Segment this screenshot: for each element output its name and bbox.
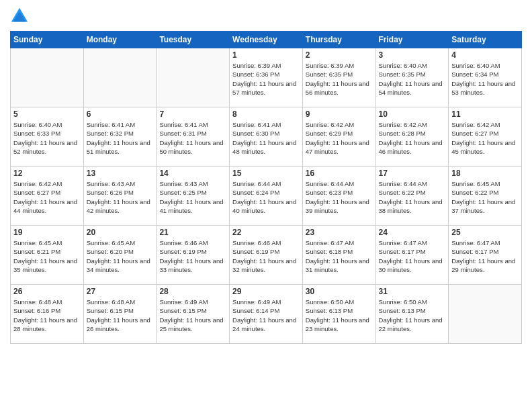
calendar-cell: 18Sunrise: 6:45 AMSunset: 6:22 PMDayligh… xyxy=(449,167,522,226)
calendar-cell: 6Sunrise: 6:41 AMSunset: 6:32 PMDaylight… xyxy=(83,107,157,167)
day-info: Sunrise: 6:42 AMSunset: 6:27 PMDaylight:… xyxy=(451,120,519,156)
day-number: 7 xyxy=(159,109,226,119)
page: SundayMondayTuesdayWednesdayThursdayFrid… xyxy=(0,0,532,411)
day-number: 21 xyxy=(159,228,226,237)
calendar-header-tuesday: Tuesday xyxy=(157,32,230,48)
day-info: Sunrise: 6:48 AMSunset: 6:16 PMDaylight:… xyxy=(13,298,81,333)
calendar-cell: 15Sunrise: 6:44 AMSunset: 6:24 PMDayligh… xyxy=(230,167,303,226)
calendar-header-monday: Monday xyxy=(83,32,157,48)
day-info: Sunrise: 6:40 AMSunset: 6:33 PMDaylight:… xyxy=(13,120,81,156)
day-info: Sunrise: 6:44 AMSunset: 6:23 PMDaylight:… xyxy=(306,179,373,215)
day-info: Sunrise: 6:40 AMSunset: 6:35 PMDaylight:… xyxy=(379,61,446,97)
calendar-cell: 11Sunrise: 6:42 AMSunset: 6:27 PMDayligh… xyxy=(449,107,522,167)
calendar-week-row: 5Sunrise: 6:40 AMSunset: 6:33 PMDaylight… xyxy=(11,107,522,167)
calendar-header-row: SundayMondayTuesdayWednesdayThursdayFrid… xyxy=(11,32,522,48)
day-info: Sunrise: 6:40 AMSunset: 6:34 PMDaylight:… xyxy=(451,61,519,97)
day-number: 17 xyxy=(379,169,446,178)
logo-icon xyxy=(10,7,29,26)
day-number: 9 xyxy=(306,109,373,119)
calendar-cell: 25Sunrise: 6:47 AMSunset: 6:17 PMDayligh… xyxy=(449,226,522,285)
calendar-cell: 21Sunrise: 6:46 AMSunset: 6:19 PMDayligh… xyxy=(157,226,230,285)
day-number: 11 xyxy=(451,109,519,119)
calendar-cell: 29Sunrise: 6:49 AMSunset: 6:14 PMDayligh… xyxy=(230,285,303,344)
calendar-cell xyxy=(157,48,230,107)
day-number: 14 xyxy=(159,169,226,178)
calendar-cell: 1Sunrise: 6:39 AMSunset: 6:36 PMDaylight… xyxy=(230,48,303,107)
day-number: 2 xyxy=(306,50,373,60)
header xyxy=(10,7,522,26)
day-number: 3 xyxy=(379,50,446,60)
calendar-cell: 9Sunrise: 6:42 AMSunset: 6:29 PMDaylight… xyxy=(302,107,375,167)
day-info: Sunrise: 6:44 AMSunset: 6:22 PMDaylight:… xyxy=(379,179,446,215)
calendar-header-wednesday: Wednesday xyxy=(230,32,303,48)
calendar-week-row: 12Sunrise: 6:42 AMSunset: 6:27 PMDayligh… xyxy=(11,167,522,226)
day-info: Sunrise: 6:46 AMSunset: 6:19 PMDaylight:… xyxy=(159,238,226,274)
calendar-cell: 28Sunrise: 6:49 AMSunset: 6:15 PMDayligh… xyxy=(157,285,230,344)
day-info: Sunrise: 6:39 AMSunset: 6:36 PMDaylight:… xyxy=(232,61,300,97)
day-number: 4 xyxy=(451,50,519,60)
day-number: 25 xyxy=(451,228,519,237)
calendar-cell: 7Sunrise: 6:41 AMSunset: 6:31 PMDaylight… xyxy=(157,107,230,167)
calendar-cell: 14Sunrise: 6:43 AMSunset: 6:25 PMDayligh… xyxy=(157,167,230,226)
day-number: 18 xyxy=(451,169,519,178)
calendar-week-row: 26Sunrise: 6:48 AMSunset: 6:16 PMDayligh… xyxy=(11,285,522,344)
day-number: 23 xyxy=(306,228,373,237)
day-info: Sunrise: 6:39 AMSunset: 6:35 PMDaylight:… xyxy=(306,61,373,97)
day-info: Sunrise: 6:45 AMSunset: 6:22 PMDaylight:… xyxy=(451,179,519,215)
calendar-cell: 31Sunrise: 6:50 AMSunset: 6:13 PMDayligh… xyxy=(375,285,449,344)
calendar-cell: 2Sunrise: 6:39 AMSunset: 6:35 PMDaylight… xyxy=(302,48,375,107)
day-number: 30 xyxy=(306,287,373,296)
calendar-cell: 27Sunrise: 6:48 AMSunset: 6:15 PMDayligh… xyxy=(83,285,157,344)
day-number: 29 xyxy=(232,287,300,296)
day-info: Sunrise: 6:45 AMSunset: 6:20 PMDaylight:… xyxy=(87,238,154,274)
calendar-cell: 5Sunrise: 6:40 AMSunset: 6:33 PMDaylight… xyxy=(11,107,84,167)
day-info: Sunrise: 6:50 AMSunset: 6:13 PMDaylight:… xyxy=(379,298,446,333)
day-info: Sunrise: 6:43 AMSunset: 6:25 PMDaylight:… xyxy=(159,179,226,215)
calendar-header-friday: Friday xyxy=(375,32,449,48)
calendar-week-row: 19Sunrise: 6:45 AMSunset: 6:21 PMDayligh… xyxy=(11,226,522,285)
calendar-cell: 10Sunrise: 6:42 AMSunset: 6:28 PMDayligh… xyxy=(375,107,449,167)
day-info: Sunrise: 6:47 AMSunset: 6:17 PMDaylight:… xyxy=(379,238,446,274)
calendar-cell xyxy=(11,48,84,107)
day-info: Sunrise: 6:43 AMSunset: 6:26 PMDaylight:… xyxy=(87,179,154,215)
day-info: Sunrise: 6:42 AMSunset: 6:29 PMDaylight:… xyxy=(306,120,373,156)
calendar-cell xyxy=(449,285,522,344)
logo xyxy=(10,7,32,26)
calendar-cell: 13Sunrise: 6:43 AMSunset: 6:26 PMDayligh… xyxy=(83,167,157,226)
day-number: 12 xyxy=(13,169,81,178)
day-number: 24 xyxy=(379,228,446,237)
day-info: Sunrise: 6:45 AMSunset: 6:21 PMDaylight:… xyxy=(13,238,81,274)
day-number: 19 xyxy=(13,228,81,237)
day-info: Sunrise: 6:50 AMSunset: 6:13 PMDaylight:… xyxy=(306,298,373,333)
day-number: 16 xyxy=(306,169,373,178)
day-number: 5 xyxy=(13,109,81,119)
calendar-cell: 17Sunrise: 6:44 AMSunset: 6:22 PMDayligh… xyxy=(375,167,449,226)
day-info: Sunrise: 6:42 AMSunset: 6:28 PMDaylight:… xyxy=(379,120,446,156)
day-number: 13 xyxy=(87,169,154,178)
calendar-header-saturday: Saturday xyxy=(449,32,522,48)
day-info: Sunrise: 6:46 AMSunset: 6:19 PMDaylight:… xyxy=(232,238,300,274)
calendar-cell: 16Sunrise: 6:44 AMSunset: 6:23 PMDayligh… xyxy=(302,167,375,226)
day-number: 8 xyxy=(232,109,300,119)
day-number: 28 xyxy=(159,287,226,296)
day-number: 1 xyxy=(232,50,300,60)
day-info: Sunrise: 6:47 AMSunset: 6:18 PMDaylight:… xyxy=(306,238,373,274)
day-number: 31 xyxy=(379,287,446,296)
calendar-cell: 26Sunrise: 6:48 AMSunset: 6:16 PMDayligh… xyxy=(11,285,84,344)
day-info: Sunrise: 6:49 AMSunset: 6:15 PMDaylight:… xyxy=(159,298,226,333)
calendar-cell: 24Sunrise: 6:47 AMSunset: 6:17 PMDayligh… xyxy=(375,226,449,285)
day-number: 15 xyxy=(232,169,300,178)
calendar-header-sunday: Sunday xyxy=(11,32,84,48)
calendar-header-thursday: Thursday xyxy=(302,32,375,48)
day-number: 26 xyxy=(13,287,81,296)
calendar-cell: 20Sunrise: 6:45 AMSunset: 6:20 PMDayligh… xyxy=(83,226,157,285)
calendar-cell: 4Sunrise: 6:40 AMSunset: 6:34 PMDaylight… xyxy=(449,48,522,107)
day-number: 10 xyxy=(379,109,446,119)
calendar-week-row: 1Sunrise: 6:39 AMSunset: 6:36 PMDaylight… xyxy=(11,48,522,107)
calendar-cell xyxy=(83,48,157,107)
day-info: Sunrise: 6:48 AMSunset: 6:15 PMDaylight:… xyxy=(87,298,154,333)
calendar: SundayMondayTuesdayWednesdayThursdayFrid… xyxy=(10,31,522,344)
calendar-cell: 8Sunrise: 6:41 AMSunset: 6:30 PMDaylight… xyxy=(230,107,303,167)
calendar-cell: 23Sunrise: 6:47 AMSunset: 6:18 PMDayligh… xyxy=(302,226,375,285)
calendar-cell: 22Sunrise: 6:46 AMSunset: 6:19 PMDayligh… xyxy=(230,226,303,285)
